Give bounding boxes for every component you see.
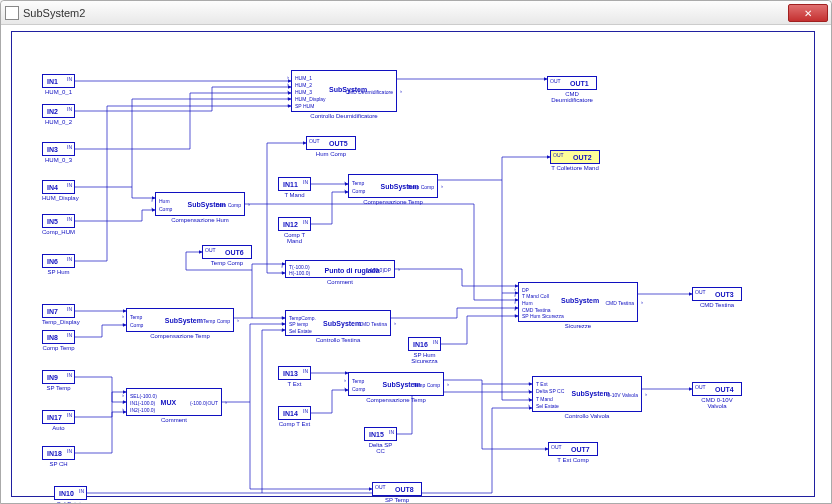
block-caption: Sicurezze (518, 323, 638, 329)
block-name: IN7 (47, 308, 58, 315)
block-name: OUT3 (715, 291, 734, 298)
outport-arrow-icon: › (641, 299, 643, 305)
titlebar[interactable]: SubSystem2 ✕ (1, 1, 831, 25)
outport-label: CMD Testina (358, 321, 387, 327)
block-caption: SP Hum Sicurezza (408, 352, 441, 364)
input-block[interactable]: IN9IN (42, 370, 75, 384)
output-block[interactable]: OUT8OUT (372, 482, 422, 496)
block-name: IN12 (283, 221, 298, 228)
input-block[interactable]: IN7IN (42, 304, 75, 318)
block-name: IN13 (283, 370, 298, 377)
input-block[interactable]: IN6IN (42, 254, 75, 268)
input-block[interactable]: IN1IN (42, 74, 75, 88)
input-block[interactable]: IN2IN (42, 104, 75, 118)
subsystem-block[interactable]: SubSystemTemp›Comp›Temp Comp› (348, 372, 444, 396)
block-caption: CMD 0-10V Valvola (692, 397, 742, 409)
port-in-label: IN (67, 216, 72, 222)
subsystem-block[interactable]: SubSystemHUM_1›HUM_2›HUM_3›HUM_Display›S… (291, 70, 397, 112)
block-caption: Comp Temp (42, 345, 75, 351)
input-block[interactable]: IN18IN (42, 446, 75, 460)
input-block[interactable]: IN4IN (42, 180, 75, 194)
outport-arrow-icon: › (645, 391, 647, 397)
block-caption: Temp Comp (202, 260, 252, 266)
block-name: SubSystem (165, 317, 203, 324)
block-caption: Comment (126, 417, 222, 423)
input-block[interactable]: IN16IN (408, 337, 441, 351)
block-name: IN3 (47, 146, 58, 153)
block-caption: SP Temp (372, 497, 422, 503)
block-caption: Compensazione Temp (348, 199, 438, 205)
port-out-label: OUT (695, 384, 706, 390)
subsystem-block[interactable]: SubSystemDP›T Mand Coll›Hum›CMD Testina›… (518, 282, 638, 322)
port-in-label: IN (303, 219, 308, 225)
subsystem-block[interactable]: SubSystemTemp›Comp›Temp Comp› (348, 174, 438, 198)
block-caption: T Ext Comp (548, 457, 598, 463)
block-caption: HUM_0_1 (42, 89, 75, 95)
port-out-label: OUT (553, 152, 564, 158)
block-name: SubSystem (323, 320, 361, 327)
block-caption: HUM_0_2 (42, 119, 75, 125)
inport-arrow-icon: › (281, 320, 283, 326)
port-in-label: IN (303, 368, 308, 374)
outport-label: Temp Comp (407, 184, 434, 190)
output-block[interactable]: OUT6OUT (202, 245, 252, 259)
diagram-canvas[interactable]: IN1INHUM_0_1IN2INHUM_0_2IN3INHUM_0_3IN4I… (1, 25, 831, 503)
block-name: IN8 (47, 334, 58, 341)
output-block[interactable]: OUT4OUT (692, 382, 742, 396)
inport-arrow-icon: › (514, 292, 516, 298)
inport-arrow-icon: › (344, 377, 346, 383)
block-caption: Comp T Ext (278, 421, 311, 427)
port-out-label: OUT (551, 444, 562, 450)
inport-label: HUM_3 (295, 89, 312, 95)
inport-label: T Ext (536, 381, 548, 387)
block-caption: T Ext (278, 381, 311, 387)
close-button[interactable]: ✕ (788, 4, 828, 22)
output-block[interactable]: OUT2OUT (550, 150, 600, 164)
input-block[interactable]: IN8IN (42, 330, 75, 344)
block-caption: Compensazione Hum (155, 217, 245, 223)
subsystem-block[interactable]: Punto di rugiadaT(-100.0)›H(-100.0)›(-10… (285, 260, 395, 278)
outport-label: (-100.0)DP (367, 267, 391, 273)
subsystem-block[interactable]: MUXSEL(-100.0)›IN1(-100.0)›IN2(-100.0)›(… (126, 388, 222, 416)
input-block[interactable]: IN15IN (364, 427, 397, 441)
output-block[interactable]: OUT7OUT (548, 442, 598, 456)
output-block[interactable]: OUT3OUT (692, 287, 742, 301)
input-block[interactable]: IN5IN (42, 214, 75, 228)
block-caption: Compensazione Temp (348, 397, 444, 403)
block-caption: HUM_0_3 (42, 157, 75, 163)
input-block[interactable]: IN17IN (42, 410, 75, 424)
block-name: IN6 (47, 258, 58, 265)
inport-label: Comp (352, 386, 365, 392)
input-block[interactable]: IN14IN (278, 406, 311, 420)
inport-arrow-icon: › (122, 399, 124, 405)
inport-arrow-icon: › (287, 74, 289, 80)
inport-label: T Mand Coll (522, 293, 549, 299)
block-caption: T Mand (278, 192, 311, 198)
inport-label: CMD Testina (522, 307, 551, 313)
inport-arrow-icon: › (122, 406, 124, 412)
subsystem-block[interactable]: SubSystemTempComp.›SP temp›Sel Estate›CM… (285, 310, 391, 336)
subsystem-block[interactable]: SubSystemT Ext›Delta SP CC›T Mand›Sel Es… (532, 376, 642, 412)
input-block[interactable]: IN3IN (42, 142, 75, 156)
input-block[interactable]: IN11IN (278, 177, 311, 191)
block-name: OUT1 (570, 80, 589, 87)
subsystem-block[interactable]: SubSystemTemp›Comp›Temp Comp› (126, 308, 234, 332)
port-out-label: OUT (205, 247, 216, 253)
outport-label: (-100.0)OUT (190, 400, 218, 406)
outport-label: Temp Comp (203, 318, 230, 324)
input-block[interactable]: IN12IN (278, 217, 311, 231)
inport-label: Sel Estate (536, 403, 559, 409)
inport-label: TempComp. (289, 315, 316, 321)
inport-arrow-icon: › (122, 313, 124, 319)
inport-arrow-icon: › (514, 312, 516, 318)
subsystem-block[interactable]: SubSystemHum›Comp›Hum Comp› (155, 192, 245, 216)
block-caption: Comment (285, 279, 395, 285)
block-name: IN5 (47, 218, 58, 225)
output-block[interactable]: OUT1OUT (547, 76, 597, 90)
inport-label: Delta SP CC (536, 388, 564, 394)
input-block[interactable]: IN10IN (54, 486, 87, 500)
input-block[interactable]: IN13IN (278, 366, 311, 380)
inport-label: SP HUM (295, 103, 314, 109)
port-out-label: OUT (550, 78, 561, 84)
output-block[interactable]: OUT5OUT (306, 136, 356, 150)
